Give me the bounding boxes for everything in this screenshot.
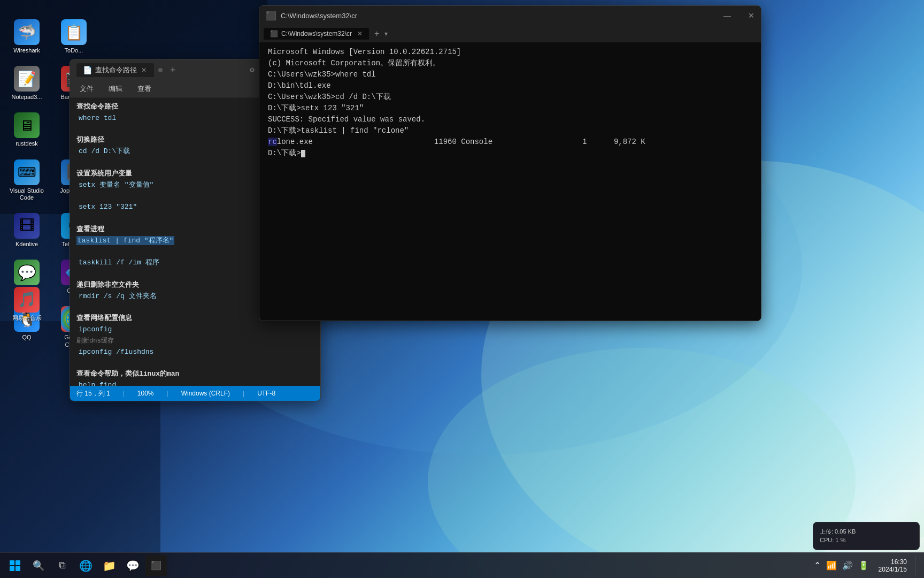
kdenlive-icon: 🎞: [14, 213, 40, 239]
notepad-settings-button[interactable]: ⚙: [244, 63, 259, 78]
desktop-icon-wireshark[interactable]: 🦈 Wireshark: [5, 16, 48, 57]
taskbar-fileexplorer-button[interactable]: 📁: [98, 555, 120, 576]
cmd-tab-icon: ⬛: [270, 30, 278, 37]
cmd-line-16: D:\下载>: [268, 148, 752, 159]
cmd-titlebar: ⬛ C:\Windows\system32\cr — ✕: [259, 6, 761, 25]
start-button[interactable]: [4, 555, 26, 576]
section-6-title: 查看网络配置信息: [76, 314, 132, 322]
wireshark-label: Wireshark: [13, 47, 40, 54]
section-7-cmd: help find: [79, 381, 116, 386]
clock-area[interactable]: 16:30 2024/1/15: [874, 557, 911, 574]
tray-network-icon[interactable]: 📶: [825, 559, 838, 572]
cmd-line-1: Microsoft Windows [Version 10.0.22621.27…: [268, 47, 752, 58]
notepad-new-tab-button[interactable]: +: [167, 65, 179, 76]
notepad-title-left: 📄 查找命令路径 ✕ +: [76, 63, 244, 77]
section-3-cmd: setx 变量名 "变量值": [79, 181, 153, 189]
taskbar-left: 🔍 ⧉ 🌐 📁 💬 ⬛: [4, 555, 167, 576]
section-5-cmd: rmdir /s /q 文件夹名: [79, 292, 157, 300]
rustdesk-icon: 🖥: [14, 112, 40, 138]
notepad-status-zoom: 100%: [137, 390, 154, 397]
cmd-line-5: D:\bin\tdl.exe: [268, 80, 752, 92]
tray-volume-icon[interactable]: 🔊: [841, 559, 854, 572]
cmd-line-9: D:\下载>setx 123 "321": [268, 103, 752, 114]
taskbar-cmd-button[interactable]: ⬛: [145, 555, 167, 576]
cmd-minimize-button[interactable]: —: [723, 11, 731, 20]
desktop-icon-kdenlive[interactable]: 🎞 Kdenlive: [5, 210, 48, 251]
rustdesk-label: rustdesk: [16, 140, 38, 147]
notepad-tab-icon: 📄: [83, 66, 92, 74]
rclone-highlight: rc: [268, 138, 277, 146]
taskbar-taskview-button[interactable]: ⧉: [51, 555, 73, 576]
network-info-popup: 上传: 0.05 KB CPU: 1 %: [813, 522, 920, 550]
desktop-icon-notepad[interactable]: 📝 Notepad3...: [5, 63, 48, 104]
notepad-menu-view[interactable]: 查看: [134, 83, 155, 95]
section-6-cmd2: ipconfig /flushdns: [79, 348, 153, 356]
section-2-title: 切换路径: [76, 136, 104, 144]
section-1-cmd: where tdl: [79, 114, 116, 122]
notepad-icon: 📝: [14, 66, 40, 92]
notepad-status-line-ending: Windows (CRLF): [181, 390, 230, 397]
notepad-status-line-col: 行 15，列 1: [76, 389, 110, 398]
network-cpu-label: CPU: 1 %: [820, 537, 845, 543]
network-upload-row: 上传: 0.05 KB: [820, 528, 913, 536]
desktop-icon-netease[interactable]: 🎵 网易云音乐: [5, 284, 48, 325]
taskbar-chrome-button[interactable]: 🌐: [75, 555, 96, 576]
cmd-line-7: C:\Users\wzk35>cd /d D:\下载: [268, 92, 752, 103]
taskbar-right: ⌃ 📶 🔊 🔋 16:30 2024/1/15: [813, 555, 920, 576]
desktop-icon-rustdesk[interactable]: 🖥 rustdesk: [5, 109, 48, 150]
netease-label: 网易云音乐: [12, 315, 42, 322]
cmd-content-area[interactable]: Microsoft Windows [Version 10.0.22621.27…: [259, 42, 761, 321]
section-1-title: 查找命令路径: [76, 103, 118, 111]
taskbar-wechat-button[interactable]: 💬: [122, 555, 143, 576]
section-3-title: 设置系统用户变量: [76, 170, 132, 178]
network-cpu-row: CPU: 1 %: [820, 537, 913, 543]
vscode-icon: ⌨: [14, 159, 40, 185]
qq-label: QQ: [22, 334, 31, 341]
wireshark-icon: 🦈: [14, 19, 40, 45]
notepad-label: Notepad3...: [12, 94, 42, 101]
svg-rect-6: [16, 560, 20, 565]
section-7: 查看命令帮助，类似linux的man help find: [76, 369, 314, 386]
section-4-cmd-highlight: tasklist | find "程序名": [76, 236, 174, 245]
desktop: 🦈 Wireshark 📋 ToDo... 📝 Notepad3... 🎬 Ba…: [0, 0, 924, 578]
cmd-line-11: SUCCESS: Specified value was saved.: [268, 114, 752, 125]
svg-rect-8: [16, 566, 20, 571]
section-5-title: 递归删除非空文件夹: [76, 281, 139, 289]
cmd-tab-label: C:\Windows\system32\cr: [281, 30, 352, 37]
section-7-title: 查看命令帮助，类似linux的man: [76, 370, 179, 378]
unsaved-indicator: [158, 68, 163, 72]
svg-rect-5: [10, 560, 14, 565]
svg-rect-7: [10, 566, 14, 571]
cmd-tab-dropdown-button[interactable]: ▾: [384, 30, 388, 37]
notepad-statusbar: 行 15，列 1 | 100% | Windows (CRLF) | UTF-8: [70, 386, 320, 401]
section-4-title: 查看进程: [76, 225, 104, 233]
cmd-line-4: C:\Users\wzk35>where tdl: [268, 69, 752, 80]
kdenlive-label: Kdenlive: [16, 241, 38, 248]
system-tray: ⌃ 📶 🔊 🔋: [813, 559, 870, 572]
section-6-note: 刷新dns缓存: [76, 337, 114, 345]
notepad-menu-edit[interactable]: 编辑: [105, 83, 126, 95]
cmd-window: ⬛ C:\Windows\system32\cr — ✕ ⬛ C:\Window…: [259, 5, 761, 321]
desktop-icon-todo[interactable]: 📋 ToDo...: [52, 16, 95, 57]
wechat-icon: 💬: [14, 260, 40, 285]
todo-label: ToDo...: [65, 47, 83, 54]
tray-battery-icon[interactable]: 🔋: [857, 559, 870, 572]
desktop-icon-vscode[interactable]: ⌨ Visual Studio Code: [5, 156, 48, 204]
cmd-active-tab[interactable]: ⬛ C:\Windows\system32\cr ✕: [264, 28, 369, 40]
section-4-cmd2: taskkill /f /im 程序: [79, 258, 159, 267]
notepad-status-encoding: UTF-8: [257, 390, 275, 397]
cmd-tab-close[interactable]: ✕: [357, 30, 363, 37]
taskbar-search-button[interactable]: 🔍: [28, 555, 49, 576]
cmd-app-icon: ⬛: [266, 11, 276, 21]
notepad-menu-file[interactable]: 文件: [76, 83, 97, 95]
show-desktop-button[interactable]: [915, 555, 920, 576]
cmd-line-14: rclone.exe 11960 Console 1 9,872 K: [268, 136, 752, 148]
cmd-line-2: (c) Microsoft Corporation。保留所有权利。: [268, 58, 752, 69]
notepad-tab-close[interactable]: ✕: [140, 65, 148, 75]
cmd-new-tab-button[interactable]: +: [371, 29, 382, 39]
clock-time: 16:30: [891, 558, 907, 566]
notepad-tab[interactable]: 📄 查找命令路径 ✕: [76, 63, 154, 77]
cmd-close-button[interactable]: ✕: [748, 11, 754, 20]
cmd-tab-bar: ⬛ C:\Windows\system32\cr ✕ + ▾: [259, 25, 761, 42]
tray-chevron[interactable]: ⌃: [813, 559, 822, 572]
